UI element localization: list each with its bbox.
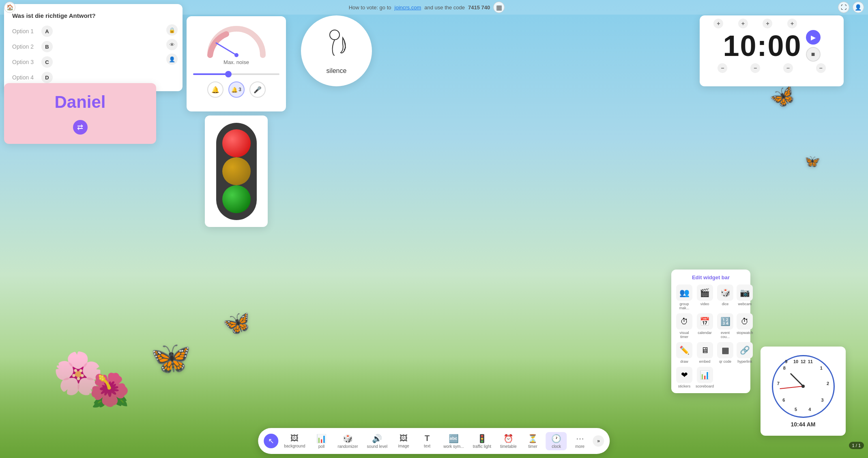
hyperlink-icon: 🔗 bbox=[737, 342, 753, 358]
embed-icon: 🖥 bbox=[697, 342, 713, 358]
edit-bar-stopwatch[interactable]: ⏱ stopwatch bbox=[737, 313, 753, 339]
more-label: more bbox=[575, 444, 584, 449]
background-icon: 🖼 bbox=[290, 434, 299, 443]
qr-code-icon[interactable]: ▦ bbox=[493, 2, 505, 13]
noise-actions: 🔔 🔔 3 🎤 bbox=[207, 81, 266, 98]
clock-num-7: 7 bbox=[777, 381, 780, 386]
event-countdown-label: event cou... bbox=[717, 331, 733, 339]
hyperlink-label: hyperlink bbox=[737, 360, 752, 364]
traffic-light-body bbox=[216, 123, 257, 220]
edit-bar-qr-code[interactable]: ▦ qr code bbox=[717, 342, 733, 364]
quiz-option-2-letter[interactable]: B bbox=[41, 41, 53, 52]
toolbar-traffic-light[interactable]: 🚦 traffic light bbox=[470, 432, 494, 450]
quiz-option-3-label: Option 3 bbox=[12, 59, 37, 65]
noise-bell-button[interactable]: 🔔 bbox=[207, 81, 223, 98]
timer-minus-minutes-1[interactable]: − bbox=[783, 63, 793, 73]
edit-bar-hyperlink[interactable]: 🔗 hyperlink bbox=[737, 342, 753, 364]
timer-plus-seconds[interactable]: + bbox=[787, 19, 797, 28]
dice-label: dice bbox=[722, 302, 729, 306]
sound-level-label: sound level bbox=[367, 444, 388, 449]
svg-point-2 bbox=[330, 30, 339, 40]
toolbar-select-tool[interactable]: ↖ bbox=[264, 434, 278, 448]
timer-minus-seconds[interactable]: − bbox=[816, 63, 826, 73]
clock-num-8: 8 bbox=[783, 366, 786, 370]
traffic-light-red[interactable] bbox=[222, 129, 251, 157]
timer-widget: + + + + 10:00 ▶ ■ − − − − bbox=[700, 15, 844, 86]
svg-point-1 bbox=[234, 53, 238, 57]
traffic-light-yellow[interactable] bbox=[222, 157, 251, 185]
edit-bar-draw[interactable]: ✏️ draw bbox=[676, 342, 692, 364]
quiz-option-4-letter[interactable]: D bbox=[41, 72, 53, 83]
top-bar-right: ⛶ 👤 bbox=[838, 2, 864, 13]
toolbar-expand-button[interactable]: » bbox=[593, 435, 604, 447]
vote-instruction: How to vote: go to bbox=[349, 4, 391, 11]
toolbar-text[interactable]: T text bbox=[417, 432, 438, 450]
group-maker-icon: 👥 bbox=[676, 285, 692, 301]
user-menu-button[interactable]: 👤 bbox=[853, 2, 864, 13]
toolbar-clock[interactable]: 🕐 clock bbox=[546, 432, 567, 450]
work-symbols-label: work sym... bbox=[443, 444, 464, 449]
traffic-light-green[interactable] bbox=[222, 185, 251, 213]
clock-num-1: 1 bbox=[820, 366, 823, 370]
timer-minus-hours[interactable]: − bbox=[718, 63, 727, 73]
quiz-option-3-letter[interactable]: C bbox=[41, 56, 53, 68]
quiz-option-2: Option 2 B bbox=[12, 41, 174, 52]
timer-plus-hours[interactable]: + bbox=[713, 19, 723, 28]
stopwatch-icon: ⏱ bbox=[737, 313, 753, 330]
more-icon: ⋯ bbox=[576, 434, 584, 443]
timer-stop-button[interactable]: ■ bbox=[806, 47, 821, 62]
silence-widget: silence bbox=[301, 15, 372, 86]
edit-bar-embed[interactable]: 🖥 embed bbox=[696, 342, 714, 364]
quiz-option-1-letter[interactable]: A bbox=[41, 26, 53, 37]
timer-plus-minutes-10[interactable]: + bbox=[738, 19, 748, 28]
toolbar-timetable[interactable]: ⏰ timetable bbox=[497, 432, 520, 450]
toolbar-poll[interactable]: 📊 poll bbox=[311, 432, 332, 450]
edit-bar-video[interactable]: 🎬 video bbox=[696, 285, 714, 310]
toolbar-work-symbols[interactable]: 🔤 work sym... bbox=[440, 432, 467, 450]
edit-bar-group-maker[interactable]: 👥 group mak... bbox=[676, 285, 692, 310]
edit-bar-webcam[interactable]: 📷 webcam bbox=[737, 285, 753, 310]
top-bar-left: 🏠 bbox=[4, 2, 15, 13]
edit-bar-stickers[interactable]: ❤ stickers bbox=[676, 367, 692, 388]
fullscreen-button[interactable]: ⛶ bbox=[838, 2, 849, 13]
toolbar-timer[interactable]: ⏳ timer bbox=[522, 432, 544, 450]
edit-bar-event-countdown[interactable]: 🔢 event cou... bbox=[717, 313, 733, 339]
draw-icon: ✏️ bbox=[676, 342, 692, 358]
noise-slider[interactable] bbox=[193, 73, 279, 75]
edit-bar-scoreboard[interactable]: 📊 scoreboard bbox=[696, 367, 714, 388]
timer-play-button[interactable]: ▶ bbox=[806, 30, 821, 45]
noise-mic-button[interactable]: 🎤 bbox=[249, 81, 266, 98]
svg-line-0 bbox=[216, 43, 236, 55]
edit-bar-dice[interactable]: 🎲 dice bbox=[717, 285, 733, 310]
clock-num-6: 6 bbox=[782, 398, 785, 402]
quiz-lock-button[interactable]: 🔒 bbox=[166, 24, 178, 36]
silence-text: silence bbox=[327, 67, 347, 75]
scoreboard-icon: 📊 bbox=[697, 367, 713, 383]
quiz-eye-button[interactable]: 👁 bbox=[166, 39, 178, 50]
toolbar-randomizer[interactable]: 🎲 randomizer bbox=[335, 432, 361, 450]
calendar-icon: 📅 bbox=[697, 313, 713, 330]
expand-icon: » bbox=[597, 438, 600, 444]
edit-bar-calendar[interactable]: 📅 calendar bbox=[696, 313, 714, 339]
quiz-person-button[interactable]: 👤 bbox=[166, 54, 178, 65]
toolbar-more[interactable]: ⋯ more bbox=[569, 432, 591, 450]
edit-bar-visual-timer[interactable]: ⏱ visual timer bbox=[676, 313, 692, 339]
home-button[interactable]: 🏠 bbox=[4, 2, 15, 13]
quiz-icons: 🔒 👁 👤 bbox=[166, 24, 178, 65]
webcam-label: webcam bbox=[738, 302, 752, 306]
noise-alert-button[interactable]: 🔔 3 bbox=[228, 81, 245, 98]
timer-plus-minutes-1[interactable]: + bbox=[763, 19, 772, 28]
toolbar-sound-level[interactable]: 🔊 sound level bbox=[364, 432, 391, 450]
video-label: video bbox=[700, 302, 709, 306]
edit-widget-bar: Edit widget bar 👥 group mak... 🎬 video 🎲… bbox=[671, 270, 750, 393]
toolbar-image[interactable]: 🖼 image bbox=[393, 432, 414, 450]
clock-label: clock bbox=[552, 444, 561, 449]
clock-widget: 12 1 2 3 4 5 6 7 8 9 10 11 10:44 AM bbox=[761, 347, 846, 436]
vote-site[interactable]: joincrs.com bbox=[395, 4, 421, 11]
visual-timer-label: visual timer bbox=[676, 331, 692, 339]
edit-bar-grid: 👥 group mak... 🎬 video 🎲 dice 📷 webcam ⏱… bbox=[676, 285, 746, 388]
timer-display: 10:00 bbox=[723, 31, 801, 60]
toolbar-background[interactable]: 🖼 background bbox=[281, 432, 308, 450]
timer-minus-minutes-10[interactable]: − bbox=[750, 63, 760, 73]
name-shuffle-button[interactable]: ⇄ bbox=[73, 120, 88, 135]
